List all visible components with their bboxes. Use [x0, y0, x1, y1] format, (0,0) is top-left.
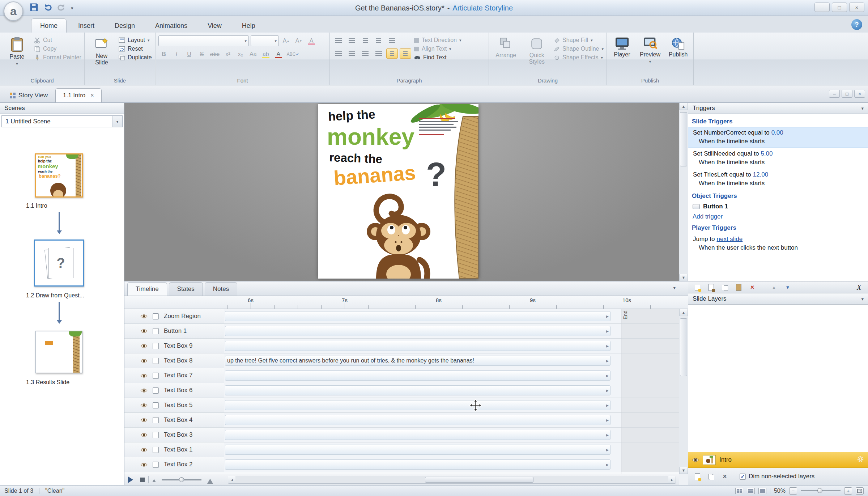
- zoom-slider[interactable]: [801, 490, 841, 491]
- scroll-up-icon[interactable]: ▲: [679, 103, 688, 110]
- row-checkbox[interactable]: [153, 432, 159, 438]
- reset-button[interactable]: Reset: [119, 46, 152, 52]
- timeline-end-marker[interactable]: [621, 309, 621, 474]
- layer-settings-gear-icon[interactable]: [856, 455, 864, 465]
- player-trigger-item[interactable]: Jump tonext slide When the user clicks t…: [688, 233, 868, 254]
- mdi-minimize-button[interactable]: –: [829, 90, 840, 98]
- italic-button[interactable]: I: [171, 49, 182, 59]
- bar-extend-icon[interactable]: ▸: [606, 402, 609, 408]
- timeline-track[interactable]: ▸: [224, 398, 679, 412]
- slider-thumb[interactable]: [817, 488, 822, 493]
- timeline-track[interactable]: ▸: [224, 339, 679, 353]
- change-case-button[interactable]: Aa: [248, 49, 259, 59]
- bar-extend-icon[interactable]: ▸: [606, 358, 609, 364]
- strikethrough-button[interactable]: abc: [209, 49, 221, 59]
- scrollbar-thumb[interactable]: [425, 477, 533, 483]
- slide-layers-header[interactable]: Slide Layers ▾: [688, 293, 868, 305]
- tab-states[interactable]: States: [169, 282, 203, 296]
- object-trigger-row[interactable]: Button 1: [688, 202, 868, 212]
- bar-extend-icon[interactable]: ▸: [606, 373, 609, 378]
- timeline-track[interactable]: ▸: [224, 457, 679, 472]
- visibility-eye-icon[interactable]: [140, 448, 148, 452]
- shape-outline-button[interactable]: Shape Outline▾: [554, 46, 604, 52]
- text-direction-button[interactable]: Text Direction ▾: [414, 37, 461, 43]
- bar-extend-icon[interactable]: ▸: [606, 447, 609, 453]
- dim-layers-checkbox[interactable]: ✓: [740, 474, 746, 480]
- trigger-value-link[interactable]: 12.00: [753, 171, 769, 178]
- new-slide-button[interactable]: New Slide: [88, 35, 116, 76]
- timeline-track[interactable]: ▸: [224, 324, 679, 338]
- timeline-object-bar[interactable]: ▸: [225, 415, 610, 425]
- row-checkbox[interactable]: [153, 462, 159, 468]
- font-color-button[interactable]: A: [273, 49, 284, 59]
- scroll-down-icon[interactable]: ▼: [679, 467, 688, 474]
- slide-canvas[interactable]: help the monkey reach the bananas ?: [124, 103, 688, 281]
- paste-split-chevron-icon[interactable]: ▾: [16, 62, 18, 66]
- row-checkbox[interactable]: [153, 402, 159, 408]
- timeline-object-bar[interactable]: ▸: [225, 385, 610, 395]
- slide-layers-list[interactable]: [688, 305, 868, 452]
- close-tab-icon[interactable]: ×: [88, 92, 94, 99]
- visibility-eye-icon[interactable]: [140, 344, 148, 348]
- copy-trigger-button[interactable]: [719, 283, 730, 292]
- layer-visibility-eye-icon[interactable]: [692, 458, 699, 462]
- shape-effects-button[interactable]: Shape Effects▾: [554, 54, 604, 61]
- row-checkbox[interactable]: [153, 447, 159, 453]
- slider-thumb[interactable]: [179, 477, 184, 482]
- timeline-object-bar[interactable]: ▸: [225, 459, 610, 470]
- play-button[interactable]: [128, 476, 136, 483]
- manage-variables-button[interactable]: X: [854, 283, 864, 292]
- duplicate-layer-button[interactable]: [706, 472, 716, 481]
- timeline-track[interactable]: ▸: [224, 368, 679, 383]
- tab-view[interactable]: View: [199, 19, 230, 33]
- copy-button[interactable]: Copy: [34, 46, 81, 52]
- trigger-value-link[interactable]: 5.00: [761, 150, 773, 157]
- timeline-horizontal-scrollbar[interactable]: ◂ ▸: [228, 476, 676, 484]
- timeline-ruler[interactable]: 6s 7s 8s 9s 10s: [124, 296, 688, 309]
- trigger-value-link[interactable]: next slide: [716, 236, 743, 242]
- row-checkbox[interactable]: [153, 387, 159, 394]
- zoom-out-button[interactable]: −: [789, 487, 797, 495]
- slide-thumbnail-intro[interactable]: Can you help the monkey reach the banana…: [35, 153, 83, 198]
- fit-to-window-button[interactable]: [856, 487, 864, 495]
- align-text-button[interactable]: Align Text ▾: [414, 46, 461, 52]
- increase-indent-button[interactable]: [373, 35, 384, 46]
- align-left-button[interactable]: [333, 48, 344, 59]
- mdi-close-button[interactable]: ×: [854, 90, 865, 98]
- paste-button[interactable]: Paste ▾: [3, 35, 31, 76]
- bullets-button[interactable]: [333, 35, 344, 46]
- quick-styles-button[interactable]: Quick Styles: [523, 35, 551, 76]
- tab-insert[interactable]: Insert: [69, 19, 103, 33]
- trigger-item[interactable]: Set TriesLeft equal to12.00 When the tim…: [688, 169, 868, 190]
- scroll-up-icon[interactable]: ▲: [679, 309, 688, 316]
- base-layer-row[interactable]: Intro: [688, 452, 868, 468]
- timeline-track[interactable]: ▸: [224, 309, 679, 323]
- slide-view-toggle[interactable]: [747, 488, 755, 494]
- tab-notes[interactable]: Notes: [205, 282, 237, 296]
- clear-formatting-button[interactable]: A: [306, 36, 317, 46]
- timeline-object-bar[interactable]: ▸: [225, 370, 610, 381]
- shape-fill-button[interactable]: Shape Fill▾: [554, 37, 604, 43]
- scroll-down-icon[interactable]: ▼: [679, 274, 688, 281]
- tab-slide-1-1-intro[interactable]: 1.1 Intro ×: [55, 88, 102, 102]
- app-logo-icon[interactable]: a: [4, 1, 23, 21]
- visibility-eye-icon[interactable]: [140, 433, 148, 437]
- edit-trigger-button[interactable]: [706, 283, 716, 292]
- find-text-button[interactable]: Find Text: [414, 54, 461, 61]
- row-checkbox[interactable]: [153, 373, 159, 379]
- minimize-button[interactable]: –: [814, 3, 830, 12]
- visibility-eye-icon[interactable]: [140, 462, 148, 467]
- row-checkbox[interactable]: [153, 358, 159, 364]
- visibility-eye-icon[interactable]: [140, 388, 148, 393]
- close-button[interactable]: ×: [849, 3, 864, 12]
- scene-selector-chevron-icon[interactable]: ▾: [112, 116, 122, 127]
- collapse-timeline-icon[interactable]: ▾: [673, 285, 676, 291]
- slide-thumbnail-draw[interactable]: ?: [34, 239, 84, 287]
- align-top-button[interactable]: [386, 48, 398, 59]
- visibility-eye-icon[interactable]: [140, 403, 148, 408]
- timeline-object-bar[interactable]: ▸: [225, 445, 610, 455]
- arrange-button[interactable]: Arrange: [492, 35, 520, 76]
- stop-button[interactable]: [140, 478, 145, 482]
- bar-extend-icon[interactable]: ▸: [606, 328, 609, 334]
- slide-stage[interactable]: help the monkey reach the bananas ?: [318, 104, 478, 279]
